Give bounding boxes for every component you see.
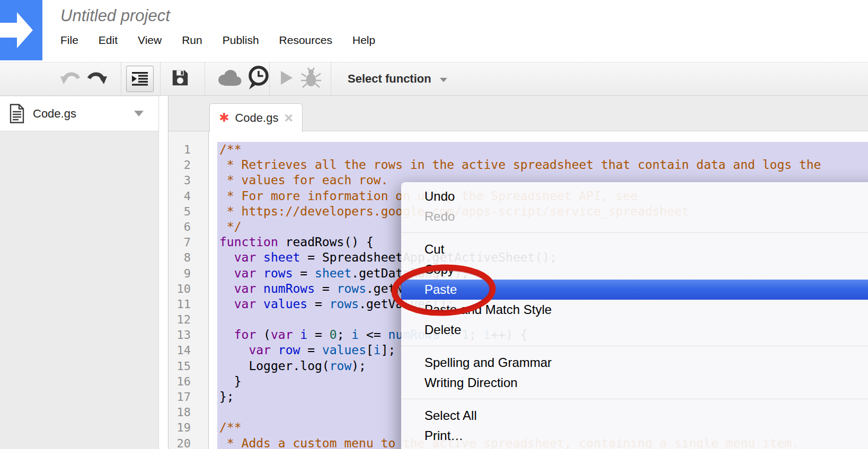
line-number-17: 17: [169, 389, 191, 405]
line-number-gutter-bg: 1234567891011121314151617181920: [169, 131, 209, 449]
line-number-2: 2: [169, 157, 191, 173]
unsaved-changes-icon: ✱: [219, 111, 229, 125]
context-menu-item-cut[interactable]: Cut: [401, 239, 868, 259]
context-menu-separator: [401, 346, 868, 346]
select-function-dropdown[interactable]: Select function: [348, 72, 447, 86]
line-number-12: 12: [169, 312, 191, 327]
line-number-6: 6: [169, 219, 191, 235]
menubar-item-publish[interactable]: Publish: [223, 34, 259, 47]
context-menu: UndoRedoCutCopyPastePaste and Match Styl…: [401, 182, 868, 449]
line-number-8: 8: [169, 250, 191, 265]
line-number-4: 4: [169, 188, 191, 204]
toolbar-separator: [269, 62, 270, 95]
indent-icon: [132, 72, 148, 86]
context-menu-separator: [401, 232, 868, 233]
undo-icon[interactable]: [60, 69, 83, 89]
toolbar-separator: [160, 62, 161, 95]
tab-label: Code.gs: [235, 111, 278, 125]
line-number-3: 3: [169, 173, 191, 188]
run-play-icon[interactable]: [280, 70, 294, 88]
context-menu-item-redo: Redo: [401, 206, 868, 227]
indentation-button[interactable]: [126, 66, 154, 92]
cloud-icon[interactable]: [215, 68, 243, 89]
line-number-13: 13: [169, 327, 191, 343]
chevron-down-icon: [440, 78, 447, 82]
tab-code-gs[interactable]: ✱ Code.gs ×: [209, 103, 303, 132]
line-number-7: 7: [169, 235, 191, 250]
line-number-1: 1: [169, 142, 191, 157]
toolbar-separator: [205, 62, 205, 95]
menubar-item-file[interactable]: File: [60, 34, 78, 47]
context-menu-item-copy[interactable]: Copy: [401, 259, 868, 280]
line-number-15: 15: [169, 358, 191, 374]
context-menu-item-delete[interactable]: Delete: [401, 320, 868, 340]
file-list-sidebar: Code.gs: [0, 96, 159, 449]
app-logo[interactable]: [0, 0, 42, 60]
menubar-item-resources[interactable]: Resources: [279, 34, 332, 47]
editor-tab-strip: ✱ Code.gs ×: [168, 96, 868, 131]
context-menu-item-paste-and-match-style[interactable]: Paste and Match Style: [401, 300, 868, 320]
file-list-item-code-gs[interactable]: Code.gs: [0, 96, 158, 131]
code-line-1: /**: [219, 142, 821, 157]
context-menu-item-spelling-and-grammar[interactable]: Spelling and Grammar: [401, 353, 868, 373]
context-menu-separator: [401, 399, 868, 399]
file-name: Code.gs: [33, 107, 76, 121]
line-number-19: 19: [169, 420, 191, 435]
tab-close-icon[interactable]: ×: [284, 113, 293, 123]
menubar: FileEditViewRunPublishResourcesHelp: [60, 34, 375, 47]
context-menu-item-writing-direction[interactable]: Writing Direction: [401, 373, 868, 393]
line-number-16: 16: [169, 374, 191, 389]
toolbar: Select function: [0, 62, 868, 96]
line-number-20: 20: [169, 436, 191, 449]
history-clock-icon[interactable]: [246, 65, 270, 93]
toolbar-separator: [331, 62, 331, 95]
menubar-item-help[interactable]: Help: [352, 34, 375, 47]
line-number-18: 18: [169, 405, 191, 420]
project-title[interactable]: Untitled project: [60, 6, 170, 25]
apps-script-editor-window: Untitled project FileEditViewRunPublishR…: [0, 0, 868, 449]
context-menu-item-paste[interactable]: Paste: [401, 280, 868, 300]
line-number-5: 5: [169, 204, 191, 219]
menubar-item-edit[interactable]: Edit: [99, 34, 118, 47]
line-number-10: 10: [169, 281, 191, 297]
context-menu-item-undo[interactable]: Undo: [401, 186, 868, 206]
file-menu-caret-icon[interactable]: [134, 111, 144, 116]
line-number-9: 9: [169, 266, 191, 281]
menubar-item-view[interactable]: View: [138, 34, 162, 47]
save-icon[interactable]: [171, 68, 190, 89]
context-menu-item-print[interactable]: Print…: [401, 426, 868, 446]
debug-bug-icon[interactable]: [300, 67, 322, 91]
sidebar-splitter[interactable]: [159, 96, 168, 449]
line-number-gutter: 1234567891011121314151617181920: [169, 142, 191, 449]
code-line-2: * Retrieves all the rows in the active s…: [219, 157, 821, 173]
arrow-right-icon: [0, 0, 42, 60]
context-menu-item-select-all[interactable]: Select All: [401, 406, 868, 426]
toolbar-separator: [121, 62, 121, 95]
select-function-label: Select function: [348, 72, 431, 86]
line-number-14: 14: [169, 343, 191, 358]
file-document-icon: [10, 104, 24, 123]
line-number-11: 11: [169, 297, 191, 312]
redo-icon[interactable]: [85, 69, 107, 89]
menubar-item-run[interactable]: Run: [182, 34, 202, 47]
